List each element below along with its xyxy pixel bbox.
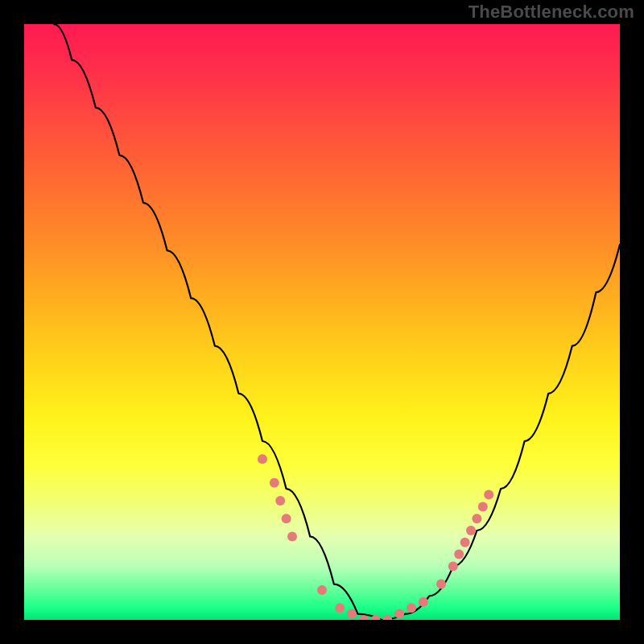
data-point	[448, 561, 458, 571]
data-point	[275, 496, 285, 506]
data-point	[347, 609, 357, 619]
bottleneck-curve	[54, 24, 620, 620]
watermark-text: TheBottleneck.com	[469, 2, 634, 23]
data-point	[359, 615, 369, 620]
data-point	[466, 526, 476, 535]
data-point	[454, 550, 464, 559]
data-point	[317, 585, 327, 595]
data-point	[258, 454, 267, 464]
chart-frame: TheBottleneck.com	[0, 0, 644, 644]
curve-overlay	[24, 24, 620, 620]
data-point	[394, 609, 404, 619]
data-point	[382, 615, 392, 620]
data-point	[472, 514, 481, 523]
data-point	[270, 478, 279, 488]
data-point	[436, 580, 446, 589]
plot-area	[24, 24, 620, 620]
data-point	[282, 514, 291, 523]
data-point	[335, 603, 345, 613]
data-points-group	[258, 454, 493, 620]
data-point	[460, 538, 470, 547]
data-point	[287, 531, 297, 541]
data-point	[419, 597, 428, 607]
data-point	[407, 603, 416, 613]
data-point	[484, 490, 493, 500]
data-point	[478, 502, 488, 511]
